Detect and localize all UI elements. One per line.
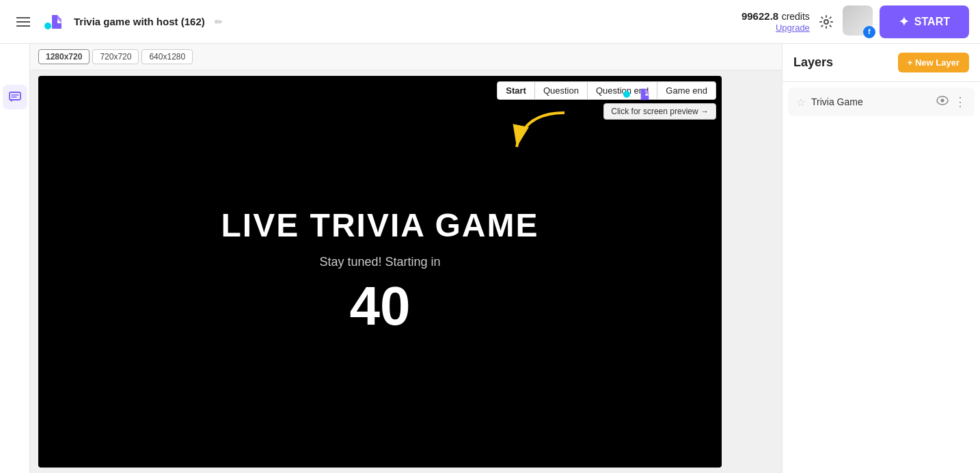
header-center: 99622.8 credits Upgrade f ✦ START (741, 5, 969, 38)
tab-question[interactable]: Question (535, 82, 588, 99)
start-label: START (914, 16, 950, 28)
layer-options-icon[interactable]: ⋮ (954, 94, 966, 109)
menu-button[interactable] (11, 12, 36, 32)
edit-title-icon[interactable]: ✏ (215, 16, 223, 27)
scene-tabs: Start Question Question end Game end (497, 81, 716, 100)
logo-dot (623, 91, 630, 98)
layers-header: Layers + New Layer (782, 44, 980, 82)
preview-hint[interactable]: Click for screen preview → (603, 103, 716, 120)
canvas-area: 1280x720 720x720 640x1280 Start Question… (30, 44, 782, 473)
chat-button[interactable] (3, 85, 27, 109)
canvas-title: LIVE TRIVIA GAME (221, 206, 539, 244)
layers-title: Layers (793, 55, 833, 70)
resolution-bar: 1280x720 720x720 640x1280 (30, 44, 782, 70)
resolution-1280x720[interactable]: 1280x720 (38, 49, 90, 64)
credits-display: 99622.8 credits Upgrade (741, 10, 810, 33)
main-layout: 1280x720 720x720 640x1280 Start Question… (0, 44, 980, 473)
settings-button[interactable] (814, 10, 839, 34)
facebook-icon-letter: f (868, 28, 870, 36)
avatar[interactable]: f (843, 5, 875, 38)
canvas-subtitle: Stay tuned! Starting in (319, 255, 440, 269)
credits-amount: 99622.8 (741, 10, 778, 22)
resolution-720x720[interactable]: 720x720 (92, 49, 139, 64)
new-layer-button[interactable]: + New Layer (898, 53, 969, 72)
layer-name: Trivia Game (811, 96, 931, 107)
gear-icon (819, 14, 834, 29)
tab-game-end[interactable]: Game end (657, 82, 716, 99)
eye-icon[interactable] (936, 96, 949, 108)
hamburger-icon (14, 14, 33, 29)
app-logo (42, 10, 67, 34)
start-button[interactable]: ✦ START (880, 5, 969, 38)
layer-star-icon[interactable]: ☆ (796, 96, 806, 109)
canvas-content: LIVE TRIVIA GAME Stay tuned! Starting in… (38, 76, 722, 468)
credits-label: credits (782, 11, 810, 22)
project-title: Trivia game with host (162) (74, 16, 205, 27)
svg-point-0 (44, 23, 51, 29)
svg-point-7 (941, 99, 944, 103)
eye-svg (936, 96, 949, 105)
canvas-logo-icon (633, 84, 653, 105)
credits-row: 99622.8 credits (741, 10, 810, 23)
header-left: Trivia game with host (162) ✏ (11, 10, 741, 34)
app-header: Trivia game with host (162) ✏ 99622.8 cr… (0, 0, 980, 44)
svg-rect-2 (10, 92, 21, 100)
upgrade-link[interactable]: Upgrade (741, 23, 810, 33)
chat-icon (8, 90, 22, 104)
layer-item[interactable]: ☆ Trivia Game ⋮ (788, 87, 975, 116)
canvas-countdown: 40 (350, 275, 411, 338)
tab-start[interactable]: Start (498, 82, 535, 99)
layer-list: ☆ Trivia Game ⋮ (782, 82, 980, 124)
left-sidebar (0, 44, 30, 473)
canvas-logo-area (623, 84, 653, 105)
facebook-badge: f (863, 26, 875, 38)
sparkle-icon: ✦ (899, 14, 909, 29)
svg-point-1 (824, 20, 828, 24)
preview-wrap: Start Question Question end Game end Cli… (30, 70, 782, 473)
preview-canvas: Start Question Question end Game end Cli… (38, 76, 722, 468)
right-sidebar: Layers + New Layer ☆ Trivia Game ⋮ (782, 44, 980, 473)
resolution-640x1280[interactable]: 640x1280 (141, 49, 193, 64)
